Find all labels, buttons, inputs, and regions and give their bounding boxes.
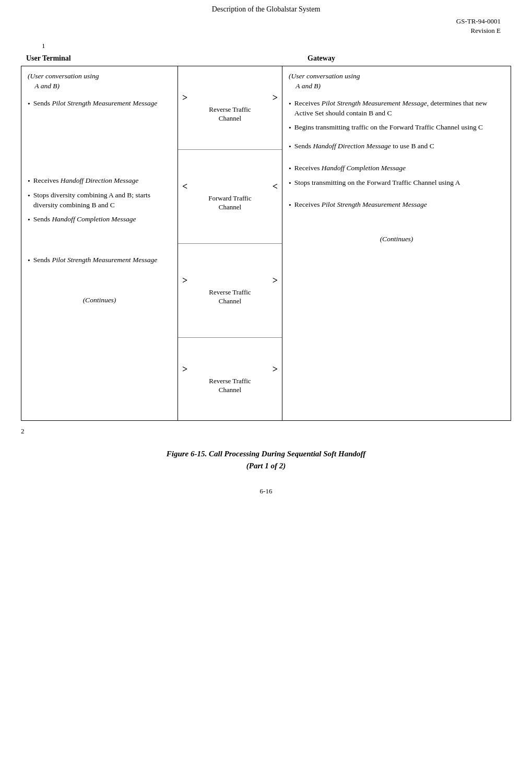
right-column: (User conversation using A and B) • Rece… (282, 66, 511, 420)
bullet-dot-3: • (28, 191, 30, 201)
bullet-text-begins-transmitting: Begins transmitting traffic on the Forwa… (294, 123, 504, 133)
right-arrow-2: < (273, 181, 278, 192)
bullet-text-receives-completion: Receives Handoff Completion Message (294, 163, 504, 173)
middle-column: > > Reverse TrafficChannel < < Forward T… (178, 66, 282, 420)
bullet-text-sends-pilot-1: Sends Pilot Strength Measurement Message (33, 99, 171, 109)
bullet-dot-4: • (28, 215, 30, 225)
left-arrow-1: > (182, 92, 187, 103)
left-bullet-receives-handoff: • Receives Handoff Direction Message (28, 176, 171, 186)
left-bullet-sends-completion: • Sends Handoff Completion Message (28, 215, 171, 225)
bullet-text-sends-pilot-2: Sends Pilot Strength Measurement Message (33, 255, 171, 265)
right-row3: • Receives Handoff Completion Message • … (289, 163, 504, 188)
middle-row3: > > Reverse TrafficChannel (178, 244, 282, 338)
bullet-text-sends-completion: Sends Handoff Completion Message (33, 215, 171, 225)
diagram-table: (User conversation using A and B) • Send… (21, 66, 511, 421)
bullet-dot-r1: • (289, 99, 291, 109)
figure-caption-line2: (Part 1 of 2) (246, 462, 286, 470)
bullet-text-stops-diversity: Stops diversity combining A and B; start… (33, 191, 171, 210)
doc-ref-line1: GS-TR-94-0001 (456, 17, 501, 25)
left-bullet-sends-pilot-1: • Sends Pilot Strength Measurement Messa… (28, 99, 171, 109)
left-row3: • Sends Pilot Strength Measurement Messa… (28, 255, 171, 266)
left-arrow-2: < (182, 181, 187, 192)
right-row1: • Receives Pilot Strength Measurement Me… (289, 99, 504, 133)
left-bullet-stops-diversity: • Stops diversity combining A and B; sta… (28, 191, 171, 210)
right-row4: • Receives Pilot Strength Measurement Me… (289, 200, 504, 210)
right-bullet-stops-transmitting: • Stops transmitting on the Forward Traf… (289, 178, 504, 188)
bullet-dot-r4: • (289, 164, 291, 174)
right-row2: • Sends Handoff Direction Message to use… (289, 141, 504, 152)
right-bullet-receives-pilot-2: • Receives Pilot Strength Measurement Me… (289, 200, 504, 210)
right-bullet-sends-handoff: • Sends Handoff Direction Message to use… (289, 141, 504, 152)
middle-channel-label-4: Reverse TrafficChannel (209, 377, 251, 395)
left-intro: (User conversation using A and B) (28, 72, 171, 91)
right-column-header: Gateway (308, 54, 506, 63)
doc-ref: GS-TR-94-0001 Revision E (0, 16, 532, 41)
page-num-top: 1 (21, 41, 511, 54)
middle-row2: < < Forward TrafficChannel (178, 150, 282, 244)
right-arrow-3: > (273, 275, 278, 286)
right-intro: (User conversation using A and B) (289, 72, 504, 91)
right-arrow-4: > (273, 364, 278, 375)
middle-arrow-row1: > > (178, 92, 282, 103)
main-content: 1 User Terminal Gateway (User conversati… (0, 41, 532, 495)
bullet-dot-r2: • (289, 123, 291, 133)
figure-caption-line1: Figure 6-15. Call Processing During Sequ… (167, 450, 365, 458)
bullet-dot-r5: • (289, 179, 291, 188)
left-bullet-sends-pilot-2: • Sends Pilot Strength Measurement Messa… (28, 255, 171, 266)
page-header: Description of the Globalstar System (0, 0, 532, 16)
middle-arrow-row2: < < (178, 181, 282, 192)
bullet-text-sends-handoff: Sends Handoff Direction Message to use B… (294, 141, 504, 151)
bullet-text-receives-pilot-2: Receives Pilot Strength Measurement Mess… (294, 200, 504, 210)
header-title: Description of the Globalstar System (212, 5, 321, 13)
page-num-bottom: 6-16 (21, 487, 511, 495)
bullet-dot-2: • (28, 176, 30, 186)
middle-channel-label-3: Reverse TrafficChannel (209, 288, 251, 306)
bullet-text-receives-pilot: Receives Pilot Strength Measurement Mess… (294, 99, 504, 119)
right-bullet-begins-transmitting: • Begins transmitting traffic on the For… (289, 123, 504, 133)
bullet-dot-r6: • (289, 200, 291, 210)
right-bullet-receives-completion: • Receives Handoff Completion Message (289, 163, 504, 174)
middle-row1: > > Reverse TrafficChannel (178, 66, 282, 150)
doc-ref-line2: Revision E (471, 27, 501, 34)
right-bullet-receives-pilot: • Receives Pilot Strength Measurement Me… (289, 99, 504, 119)
right-arrow-1: > (273, 92, 278, 103)
left-arrow-4: > (182, 364, 187, 375)
left-column: (User conversation using A and B) • Send… (21, 66, 178, 420)
bullet-dot: • (28, 99, 30, 109)
figure-caption: Figure 6-15. Call Processing During Sequ… (21, 448, 511, 471)
bullet-dot-5: • (28, 256, 30, 266)
bullet-text-stops-transmitting: Stops transmitting on the Forward Traffi… (294, 178, 504, 188)
middle-channel-label-1: Reverse TrafficChannel (209, 105, 251, 123)
left-arrow-3: > (182, 275, 187, 286)
left-row2: • Receives Handoff Direction Message • S… (28, 176, 171, 225)
bullet-text-receives-handoff: Receives Handoff Direction Message (33, 176, 171, 186)
middle-arrow-row4: > > (178, 364, 282, 375)
middle-arrow-row3: > > (178, 275, 282, 286)
bullet-dot-r3: • (289, 142, 291, 152)
left-row1: • Sends Pilot Strength Measurement Messa… (28, 99, 171, 109)
column-headers: User Terminal Gateway (21, 54, 511, 63)
left-column-header: User Terminal (26, 54, 183, 63)
page-num-2-label: 2 (21, 426, 511, 439)
middle-row4: > > Reverse TrafficChannel (178, 338, 282, 421)
middle-channel-label-2: Forward TrafficChannel (208, 194, 251, 212)
left-continues: (Continues) (28, 296, 171, 304)
right-continues: (Continues) (289, 235, 504, 243)
